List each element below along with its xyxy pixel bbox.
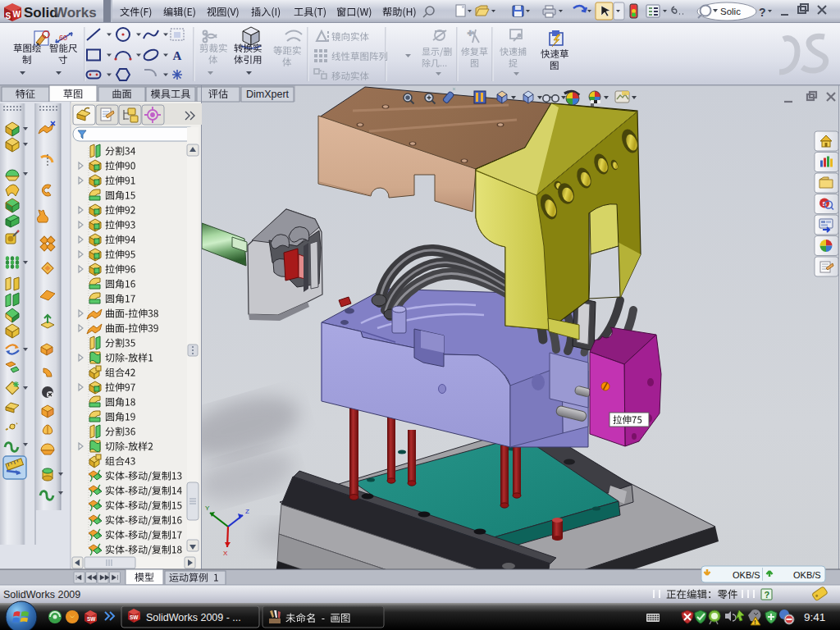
svg-text:Solic: Solic xyxy=(720,7,741,16)
svg-text:DimXpert: DimXpert xyxy=(246,89,290,100)
svg-text:SW: SW xyxy=(130,614,139,620)
svg-text:S: S xyxy=(6,11,11,21)
svg-text:Y: Y xyxy=(205,504,210,512)
svg-text:SW: SW xyxy=(87,616,96,622)
svg-text:Works: Works xyxy=(54,5,97,21)
svg-text:X: X xyxy=(223,550,228,557)
svg-text:Solid: Solid xyxy=(24,5,58,21)
svg-text:+: + xyxy=(468,28,472,38)
svg-text:60: 60 xyxy=(59,34,67,42)
svg-text:SolidWorks 2009 - ...: SolidWorks 2009 - ... xyxy=(146,612,241,623)
svg-text:?: ? xyxy=(765,590,770,600)
svg-text:OKB/S: OKB/S xyxy=(793,570,821,580)
svg-text:?: ? xyxy=(759,6,766,19)
svg-text:SolidWorks 2009: SolidWorks 2009 xyxy=(3,589,80,600)
svg-text:9:41: 9:41 xyxy=(804,611,825,623)
svg-text:OKB/S: OKB/S xyxy=(733,570,760,580)
svg-text:A: A xyxy=(173,49,182,62)
svg-text:Z: Z xyxy=(245,508,249,515)
svg-text:W: W xyxy=(13,10,21,19)
svg-text:!: ! xyxy=(754,619,756,626)
